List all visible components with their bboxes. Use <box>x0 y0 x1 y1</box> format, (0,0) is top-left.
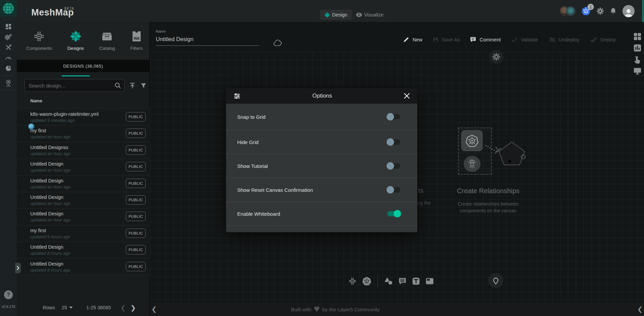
community-text: by the Layer5 Community <box>322 307 380 312</box>
sidebar-item-meshmap[interactable] <box>0 78 17 88</box>
settings-button[interactable] <box>597 7 604 15</box>
designs-panel: Components Designs <box>17 22 150 316</box>
tab-designs-label: Designs <box>67 46 84 51</box>
toggle-knob <box>387 186 394 194</box>
close-modal-button[interactable] <box>404 93 410 99</box>
kubernetes-context-button[interactable]: 1 <box>581 6 591 15</box>
visualize-mode-button[interactable]: Visualize <box>352 10 388 20</box>
next-page-button[interactable]: ❯︎ <box>131 305 136 311</box>
kubernetes-wheel-icon <box>466 134 478 147</box>
beta-badge: BETA <box>64 7 74 10</box>
design-list-item[interactable]: k8s-wasm-plugin-ratelimiter.yml updated … <box>17 109 150 125</box>
expand-panel-button[interactable] <box>15 263 21 273</box>
option-toggle[interactable] <box>387 139 400 145</box>
design-mode-button[interactable]: Design <box>320 10 352 20</box>
design-list-item[interactable]: my first updated 6 hours ago PUBLIC <box>17 225 150 242</box>
dock-shapes-tool[interactable] <box>384 277 393 285</box>
rows-per-page-select[interactable]: 25 <box>62 305 73 310</box>
catalog-icon <box>101 30 113 43</box>
rail-divider <box>3 19 14 19</box>
comment-button[interactable]: Comment <box>470 36 501 43</box>
design-list-item[interactable]: Untitled Design updated an hour ago PUBL… <box>17 175 150 192</box>
analytics-panel-button[interactable] <box>634 44 641 52</box>
option-toggle[interactable] <box>387 211 400 216</box>
design-name-input[interactable] <box>156 33 259 46</box>
tab-catalog[interactable]: Catalog <box>99 22 115 59</box>
design-list-item[interactable]: Untitled Design updated an hour ago PUBL… <box>17 208 150 225</box>
deploy-button[interactable]: Deploy <box>589 37 616 43</box>
sidebar-item-dashboard[interactable] <box>0 21 17 32</box>
pagination-bar: Rows 25 1-25 36065 ❮︎ ❯︎ <box>17 301 150 314</box>
collapse-left-button[interactable]: ❮︎ <box>151 305 157 313</box>
design-name: k8s-wasm-plugin-ratelimiter.yml <box>30 111 123 117</box>
design-list-item[interactable]: my first updated an hour ago PUBLIC <box>17 125 150 142</box>
toggle-knob <box>387 138 394 146</box>
help-button[interactable]: ? <box>4 290 13 299</box>
gear-icon <box>492 53 500 61</box>
sidebar-item-performance[interactable] <box>0 52 17 63</box>
option-toggle[interactable] <box>387 114 400 119</box>
shapes-icon <box>384 277 393 285</box>
sidebar-item-extensions[interactable] <box>0 63 17 73</box>
dock-text-tool[interactable] <box>412 277 420 285</box>
rows-per-page-value: 25 <box>62 305 67 310</box>
options-modal: Options Snap to Grid Hide Grid Show Tuto… <box>226 88 417 232</box>
wasm-filters-icon: WA <box>131 30 142 43</box>
kubernetes-component-tile <box>461 130 482 151</box>
sidebar-item-lifecycle[interactable] <box>0 32 17 42</box>
filter-designs-button[interactable] <box>140 82 147 89</box>
design-list-item[interactable]: Untitled Design updated an hour ago PUBL… <box>17 192 150 208</box>
display-panel-button[interactable] <box>634 68 641 75</box>
visibility-badge: PUBLIC <box>126 162 146 171</box>
import-design-button[interactable] <box>129 82 136 89</box>
location-pin-icon <box>5 79 12 87</box>
sidebar-item-configuration[interactable] <box>0 42 17 52</box>
canvas-settings-button[interactable] <box>489 50 503 64</box>
empty-state-title: Create Relationships <box>429 187 547 195</box>
save-as-button[interactable]: Save As <box>432 36 460 43</box>
design-list-item[interactable]: Untitled Design updated an hour ago PUBL… <box>17 159 150 175</box>
app-version: v0.6.176 <box>0 305 17 309</box>
interaction-mode-button[interactable] <box>634 56 641 64</box>
occluded-title-fragment: ts <box>418 187 424 195</box>
designs-count-header: DESIGNS (36,065) <box>17 60 149 72</box>
collapse-right-button[interactable]: ❮︎ <box>637 305 643 313</box>
search-design-input[interactable] <box>25 79 124 92</box>
design-list-item[interactable]: Untitled Design updated 8 hours ago PUBL… <box>17 242 150 258</box>
gears-icon <box>5 34 12 40</box>
option-toggle[interactable] <box>387 163 400 169</box>
bell-icon <box>610 7 616 14</box>
comment-label: Comment <box>479 37 501 42</box>
undeploy-button[interactable]: Undeploy <box>548 37 579 43</box>
option-row: Show Reset Canvas Confirmation <box>226 178 417 202</box>
design-name: my first <box>30 128 123 133</box>
user-avatar[interactable] <box>622 5 635 17</box>
tab-components[interactable]: Components <box>26 22 52 59</box>
collaborator-avatar-2[interactable] <box>566 6 575 16</box>
whiteboard-drop-button[interactable] <box>488 273 503 288</box>
design-name: Untitled Designss <box>30 145 123 150</box>
dock-components-tool[interactable] <box>348 277 357 286</box>
layer5-logo[interactable] <box>0 0 17 17</box>
previous-page-button[interactable]: ❮︎ <box>120 305 126 311</box>
occluded-description-fragment: ng the <box>418 200 431 206</box>
canvas-dock <box>348 274 434 288</box>
comment-icon <box>398 277 407 285</box>
tools-icon <box>5 44 12 51</box>
mode-switch: Design Visualize <box>320 10 388 20</box>
design-mode-label: Design <box>332 12 347 17</box>
dock-comment-tool[interactable] <box>398 277 407 285</box>
option-row: Enable Whiteboard <box>226 202 417 226</box>
dock-kubernetes-tool[interactable] <box>362 276 371 286</box>
option-toggle[interactable] <box>387 187 400 192</box>
context-count-badge: 1 <box>587 4 594 10</box>
tab-designs[interactable]: Designs <box>67 22 84 59</box>
design-list-item[interactable]: Untitled Design updated 8 hours ago PUBL… <box>17 258 150 275</box>
widgets-panel-button[interactable] <box>634 33 641 40</box>
tab-filters[interactable]: WA Filters <box>130 22 143 59</box>
design-list-item[interactable]: Untitled Designss updated an hour ago PU… <box>17 142 150 159</box>
validate-button[interactable]: Validate <box>511 37 538 43</box>
new-design-button[interactable]: New <box>403 36 422 43</box>
notifications-button[interactable] <box>610 7 616 14</box>
dock-media-tool[interactable] <box>425 277 434 285</box>
